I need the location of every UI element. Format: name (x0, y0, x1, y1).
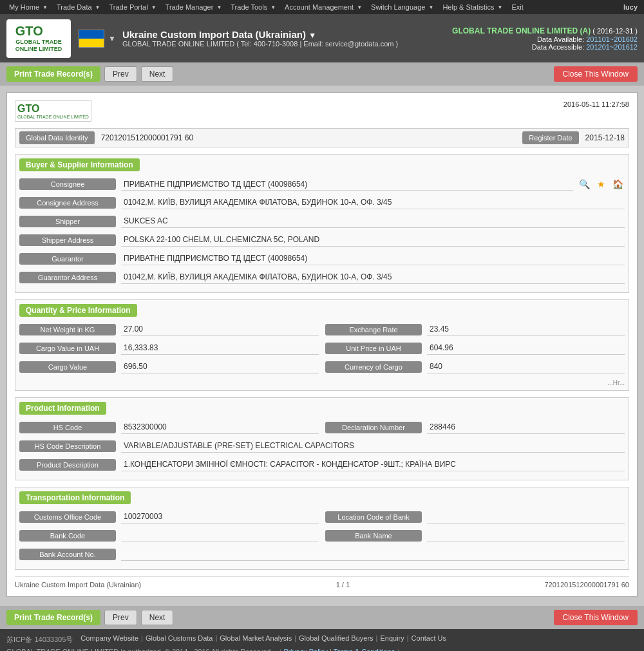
footer-link-global-customs[interactable]: Global Customs Data (146, 634, 213, 642)
product-left-col: HS Code 8532300000 (19, 420, 319, 439)
product-title: Product Information (19, 402, 106, 415)
copyright-row: GLOBAL TRADE ONLINE LIMITED is authorize… (6, 647, 638, 651)
product-right-col: Declaration Number 288446 (325, 420, 625, 439)
bottom-footer: 苏ICP备 14033305号 Company Website | Global… (0, 629, 644, 651)
country-flag (79, 30, 104, 48)
header: GTO GLOBAL TRADEONLINE LIMITED ▼ Ukraine… (0, 14, 644, 62)
consignee-address-row: Consignee Address 01042,М. КИЇВ, ВУЛИЦЯ … (19, 195, 625, 211)
prev-button-top[interactable]: Prev (104, 66, 137, 82)
guarantor-address-label: Guarantor Address (19, 272, 116, 283)
transport-bank-name-col: Bank Name (325, 528, 625, 547)
header-date: ( 2016-12-31 ) (592, 27, 638, 35)
nav-exit[interactable]: Exit (507, 0, 528, 14)
record-logo-gto: GTO (17, 103, 89, 115)
privacy-policy-link[interactable]: Privacy Policy (284, 648, 328, 651)
user-label: lucy (623, 3, 638, 11)
product-section: Product Information HS Code 8532300000 D… (15, 397, 629, 480)
guarantor-label: Guarantor (19, 253, 116, 265)
footer-record-id: 7201201512000001791 60 (544, 581, 629, 589)
cargo-value-uah-row: Cargo Value in UAH 16,333.83 (19, 341, 319, 356)
footer-link-company-website[interactable]: Company Website (80, 634, 138, 642)
copyright-text: GLOBAL TRADE ONLINE LIMITED is authorize… (6, 648, 282, 651)
footer-link-market-analysis[interactable]: Global Market Analysis (220, 634, 292, 642)
footer-link-qualified-buyers[interactable]: Global Qualified Buyers (299, 634, 374, 642)
next-button-bottom[interactable]: Next (141, 610, 174, 625)
flag-dropdown-arrow[interactable]: ▼ (108, 34, 116, 43)
print-button-top[interactable]: Print Trade Record(s) (6, 66, 100, 82)
cargo-value-row: Cargo Value 696.50 (19, 359, 319, 375)
nav-trade-data[interactable]: Trade Data ▼ (53, 0, 106, 14)
footer-pagination: 1 / 1 (336, 581, 350, 589)
shipper-label: Shipper (19, 216, 116, 227)
consignee-address-label: Consignee Address (19, 197, 116, 209)
location-code-bank-value (427, 511, 625, 524)
shipper-address-label: Shipper Address (19, 234, 116, 246)
nav-trade-manager[interactable]: Trade Manager ▼ (162, 0, 227, 14)
hs-code-description-row: HS Code Description VARIABLE/ADJUSTABLE … (19, 439, 625, 454)
cargo-value-uah-label: Cargo Value in UAH (19, 343, 116, 354)
consignee-row: Consignee ПРИВАТНЕ ПІДПРИЄМСТВО ТД ІДЕСТ… (19, 176, 625, 192)
bank-account-label: Bank Account No. (19, 549, 116, 560)
declaration-number-label: Declaration Number (325, 422, 422, 433)
nav-switch-language[interactable]: Switch Language ▼ (367, 0, 439, 14)
register-date-value: 2015-12-18 (585, 133, 625, 142)
shipper-address-value: POLSKA 22-100 CHELM, UL.CHEMICZNA 5C, PO… (121, 234, 625, 247)
bank-code-row: Bank Code (19, 528, 319, 543)
terms-conditions-link[interactable]: Terms & Conditions (334, 648, 395, 651)
next-button-top[interactable]: Next (141, 66, 174, 82)
footer-closing: ） (397, 648, 404, 651)
bank-code-value (121, 529, 319, 542)
exchange-rate-row: Exchange Rate 23.45 (325, 322, 625, 337)
record-header: GTO GLOBAL TRADE ONLINE LIMITED 2016-05-… (15, 100, 629, 122)
record-logo: GTO GLOBAL TRADE ONLINE LIMITED (15, 100, 99, 122)
hs-code-row: HS Code 8532300000 (19, 420, 319, 435)
product-description-value: 1.КОНДЕНСАТОРИ ЗМІННОЇ ЄМНОСТІ: CAPACITO… (121, 458, 625, 471)
logo: GTO GLOBAL TRADEONLINE LIMITED (6, 19, 71, 58)
hs-code-description-label: HS Code Description (19, 440, 116, 452)
declaration-number-value: 288446 (427, 421, 625, 434)
nav-account-management[interactable]: Account Management ▼ (281, 0, 367, 14)
cargo-value-label: Cargo Value (19, 361, 116, 373)
hs-code-value: 8532300000 (121, 421, 319, 434)
record-footer: Ukraine Custom Import Data (Ukrainian) 1… (15, 576, 629, 589)
customs-office-label: Customs Office Code (19, 511, 116, 523)
top-navigation: My Home ▼ Trade Data ▼ Trade Portal ▼ Tr… (0, 0, 644, 14)
data-accessible-value[interactable]: 201201~201612 (586, 43, 638, 51)
company-name: GLOBAL TRADE ONLINE LIMITED (A) (452, 26, 591, 35)
search-icon[interactable]: 🔍 (577, 177, 591, 191)
exchange-rate-value: 23.45 (427, 323, 625, 336)
footer-record-title: Ukraine Custom Import Data (Ukrainian) (15, 581, 141, 589)
main-content: GTO GLOBAL TRADE ONLINE LIMITED 2016-05-… (0, 86, 644, 606)
close-button-bottom[interactable]: Close This Window (554, 610, 638, 625)
guarantor-address-row: Guarantor Address 01042,М. КИЇВ, ВУЛИЦЯ … (19, 270, 625, 285)
quantity-price-section: Quantity & Price Information Net Weight … (15, 299, 629, 391)
data-available-value[interactable]: 201101~201602 (586, 35, 638, 43)
print-button-bottom[interactable]: Print Trade Record(s) (6, 610, 100, 625)
title-dropdown-icon[interactable]: ▼ (308, 31, 316, 40)
footer-link-contact[interactable]: Contact Us (412, 634, 446, 642)
home-icon[interactable]: 🏠 (611, 177, 625, 191)
close-button-top[interactable]: Close This Window (554, 66, 638, 82)
shipper-row: Shipper SUKCES AC (19, 214, 625, 229)
consignee-address-value: 01042,М. КИЇВ, ВУЛИЦЯ АКАДЕМІКА ФІЛАТОВА… (121, 196, 625, 209)
register-date-label: Register Date (522, 131, 578, 144)
guarantor-row: Guarantor ПРИВАТНЕ ПІДПРИЄМСТВО ТД ІДЕСТ… (19, 251, 625, 267)
star-icon[interactable]: ★ (594, 177, 608, 191)
bottom-action-bar: Print Trade Record(s) Prev Next Close Th… (0, 606, 644, 629)
prev-button-bottom[interactable]: Prev (104, 610, 137, 625)
cargo-value-uah-value: 16,333.83 (121, 342, 319, 355)
nav-arrow-trade-portal: ▼ (151, 5, 156, 10)
shipper-value: SUKCES AC (121, 215, 625, 228)
consignee-value: ПРИВАТНЕ ПІДПРИЄМСТВО ТД ІДЕСТ (40098654… (121, 178, 573, 191)
nav-my-home[interactable]: My Home ▼ (5, 0, 53, 14)
declaration-number-row: Declaration Number 288446 (325, 420, 625, 435)
nav-trade-tools[interactable]: Trade Tools ▼ (227, 0, 281, 14)
record-logo-subtitle: GLOBAL TRADE ONLINE LIMITED (17, 115, 89, 119)
nav-trade-portal[interactable]: Trade Portal ▼ (106, 0, 162, 14)
header-title-area: Ukraine Custom Import Data (Ukrainian) ▼… (122, 29, 398, 48)
bank-code-label: Bank Code (19, 530, 116, 542)
nav-help-statistics[interactable]: Help & Statistics ▼ (439, 0, 507, 14)
gdi-value: 7201201512000001791 60 (101, 133, 516, 142)
buyer-icons: 🔍 ★ 🏠 (577, 177, 625, 191)
footer-link-enquiry[interactable]: Enquiry (380, 634, 404, 642)
